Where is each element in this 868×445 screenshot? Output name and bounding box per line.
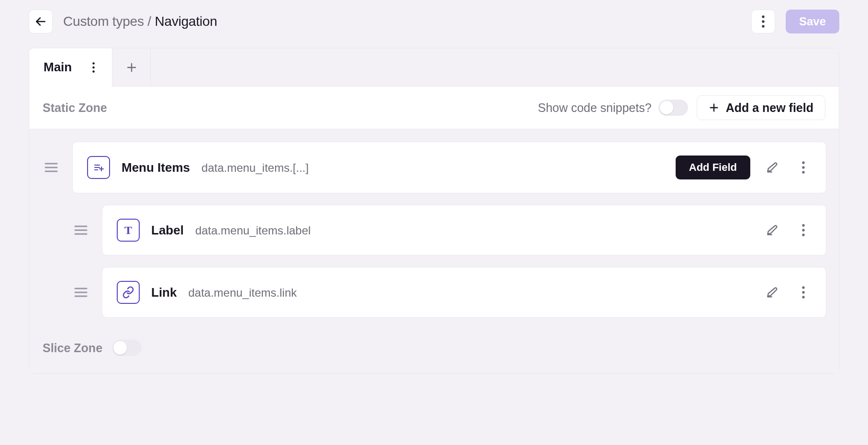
tab-label: Main: [44, 60, 72, 75]
drag-icon: [74, 287, 88, 298]
svg-point-5: [92, 66, 95, 68]
slice-zone-toggle[interactable]: [112, 340, 142, 356]
breadcrumb-current: Navigation: [155, 14, 217, 29]
save-button[interactable]: Save: [786, 10, 839, 33]
drag-handle[interactable]: [71, 225, 90, 235]
back-button[interactable]: [29, 10, 53, 33]
field-name: Link: [151, 285, 177, 300]
child-card-link: Link data.menu_items.link: [102, 267, 826, 318]
edit-field-button[interactable]: [765, 159, 781, 176]
field-group-row: Menu Items data.menu_items.[...] Add Fie…: [42, 142, 826, 193]
plus-icon: [126, 62, 137, 73]
kebab-icon: [802, 224, 805, 236]
field-name: Label: [151, 223, 184, 238]
drag-icon: [74, 225, 88, 235]
code-snippets-toggle[interactable]: [658, 100, 688, 116]
plus-icon: [709, 102, 719, 113]
field-api-id: data.menu_items.link: [188, 286, 297, 300]
svg-point-33: [802, 296, 804, 298]
field-more-menu-button[interactable]: [795, 159, 812, 176]
tab-menu-button[interactable]: [87, 61, 100, 74]
field-more-menu-button[interactable]: [795, 284, 812, 300]
pencil-icon: [766, 286, 779, 299]
svg-point-21: [802, 171, 804, 173]
editor-header: Custom types / Navigation Save: [29, 10, 839, 33]
svg-point-4: [92, 62, 95, 65]
header-more-menu-button[interactable]: [751, 10, 775, 33]
drag-handle[interactable]: [71, 287, 90, 298]
field-more-menu-button[interactable]: [795, 222, 812, 238]
field-api-id: data.menu_items.label: [195, 224, 311, 237]
tab-main[interactable]: Main: [29, 48, 112, 87]
editor-panel: Main Static Zone Show code snippets? Add…: [29, 48, 839, 374]
slice-zone-footer: Slice Zone: [29, 335, 839, 373]
add-field-button[interactable]: Add a new field: [697, 95, 825, 120]
kebab-icon: [92, 62, 95, 73]
field-api-id: data.menu_items.[...]: [201, 161, 309, 175]
static-zone-header: Static Zone Show code snippets? Add a ne…: [29, 87, 839, 129]
breadcrumb-prefix: Custom types /: [63, 14, 155, 29]
kebab-icon: [802, 286, 805, 299]
field-name: Menu Items: [122, 160, 190, 175]
static-zone-body: Menu Items data.menu_items.[...] Add Fie…: [29, 129, 839, 335]
tab-bar: Main: [29, 48, 839, 87]
add-field-label: Add a new field: [726, 101, 813, 115]
code-snippets-label: Show code snippets?: [538, 101, 652, 115]
kebab-icon: [802, 161, 805, 174]
svg-point-19: [802, 161, 804, 164]
edit-field-button[interactable]: [765, 222, 781, 238]
svg-point-1: [762, 15, 764, 18]
add-group-child-button[interactable]: Add Field: [676, 156, 750, 179]
text-field-icon: T: [117, 219, 140, 242]
child-card-label: T Label data.menu_items.label: [102, 205, 826, 256]
slice-zone-title: Slice Zone: [43, 341, 102, 355]
add-tab-button[interactable]: [112, 48, 151, 86]
svg-point-3: [762, 25, 764, 27]
pencil-icon: [766, 161, 779, 174]
svg-point-26: [802, 229, 804, 231]
svg-point-31: [802, 286, 804, 289]
arrow-left-icon: [34, 15, 47, 28]
svg-point-6: [92, 70, 95, 73]
field-child-row: Link data.menu_items.link: [71, 267, 826, 318]
link-field-icon: [117, 281, 140, 304]
drag-handle[interactable]: [42, 162, 61, 173]
pencil-icon: [766, 223, 779, 237]
svg-point-32: [802, 291, 804, 293]
field-child-row: T Label data.menu_items.label: [71, 205, 826, 256]
svg-point-2: [762, 20, 764, 22]
svg-point-20: [802, 166, 804, 168]
svg-point-27: [802, 234, 804, 236]
kebab-icon: [762, 15, 765, 28]
static-zone-title: Static Zone: [43, 101, 107, 115]
drag-icon: [45, 162, 58, 173]
breadcrumb: Custom types / Navigation: [63, 14, 217, 29]
group-card-menu-items: Menu Items data.menu_items.[...] Add Fie…: [72, 142, 826, 193]
edit-field-button[interactable]: [765, 284, 781, 300]
svg-point-25: [802, 224, 804, 226]
group-icon: [87, 156, 110, 179]
